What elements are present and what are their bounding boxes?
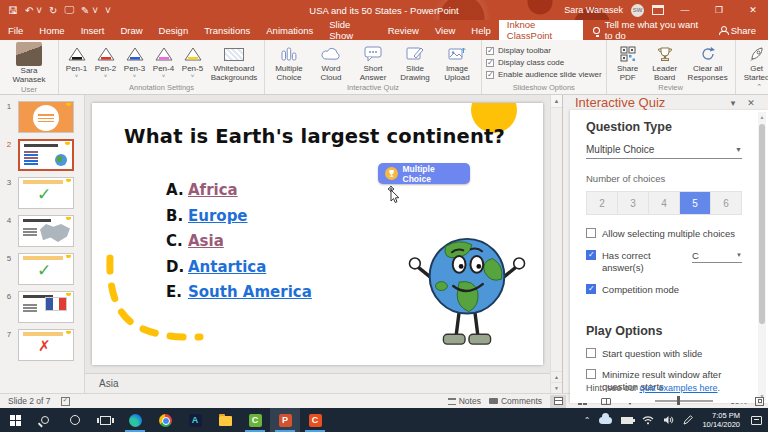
slide-title[interactable]: What is Earth's largest continent? bbox=[124, 125, 505, 148]
collapse-ribbon-icon[interactable]: ⌃ bbox=[756, 83, 762, 91]
word-cloud-button[interactable]: Word Cloud bbox=[311, 42, 351, 82]
multiple-choice-button[interactable]: Multiple Choice bbox=[269, 42, 309, 82]
tab-home[interactable]: Home bbox=[31, 20, 72, 40]
wifi-icon[interactable] bbox=[642, 415, 654, 425]
cortana-button[interactable] bbox=[60, 408, 90, 432]
notes-text[interactable]: Asia bbox=[99, 378, 118, 389]
camtasia-red-taskbar-button[interactable]: C bbox=[300, 408, 330, 432]
competition-mode-checkbox[interactable]: Competition mode bbox=[586, 284, 742, 296]
spellcheck-icon[interactable] bbox=[61, 397, 70, 406]
task-view-button[interactable] bbox=[90, 408, 120, 432]
chevron-down-icon[interactable]: ˅ bbox=[191, 73, 195, 79]
onedrive-cloud-icon[interactable] bbox=[599, 417, 612, 424]
panel-scrollbar[interactable]: ▲ ▼ bbox=[758, 112, 766, 401]
restore-button[interactable]: ❐ bbox=[706, 0, 732, 20]
tab-transitions[interactable]: Transitions bbox=[196, 20, 258, 40]
slide-thumbnail-2[interactable]: 2 bbox=[0, 139, 84, 171]
signed-in-user[interactable]: Sara Wanasek bbox=[564, 5, 623, 15]
share-button[interactable]: Share bbox=[719, 20, 768, 40]
start-button[interactable] bbox=[0, 408, 30, 432]
chrome-taskbar-button[interactable] bbox=[150, 408, 180, 432]
chevron-down-icon[interactable]: ˅ bbox=[104, 73, 108, 79]
short-answer-button[interactable]: Short Answer bbox=[353, 42, 393, 82]
comments-toggle[interactable]: Comments bbox=[489, 396, 542, 406]
slide-thumbnail-6[interactable]: 6 bbox=[0, 291, 84, 323]
tab-animations[interactable]: Animations bbox=[258, 20, 321, 40]
tab-slide-show[interactable]: Slide Show bbox=[321, 20, 379, 40]
fit-slide-to-window-icon[interactable] bbox=[755, 397, 764, 406]
allow-multiple-checkbox[interactable]: Allow selecting multiple choices bbox=[586, 228, 742, 240]
whiteboard-backgrounds-button[interactable]: Whiteboard Backgrounds bbox=[208, 42, 260, 82]
current-slide[interactable]: What is Earth's largest continent? Multi… bbox=[92, 103, 543, 365]
tab-view[interactable]: View bbox=[427, 20, 463, 40]
tab-file[interactable]: File bbox=[0, 20, 31, 40]
battery-icon[interactable] bbox=[621, 417, 633, 424]
choice-5[interactable]: 5 bbox=[680, 192, 711, 214]
option-b[interactable]: B. Europe bbox=[166, 207, 312, 225]
normal-view-button[interactable] bbox=[550, 395, 566, 408]
clear-all-responses-button[interactable]: Clear all Responses bbox=[685, 42, 731, 82]
pen-4-button[interactable]: Pen-4 ˅ bbox=[150, 42, 177, 79]
globe-character[interactable] bbox=[408, 221, 526, 359]
choice-3[interactable]: 3 bbox=[618, 192, 649, 214]
action-center-icon[interactable] bbox=[751, 416, 762, 425]
redo-icon[interactable]: ↻ bbox=[49, 5, 57, 16]
display-toolbar-checkbox[interactable]: Display toolbar bbox=[486, 46, 602, 55]
tell-me-box[interactable]: Tell me what you want to do bbox=[583, 20, 718, 40]
correct-answer-dropdown[interactable]: C ▼ bbox=[692, 250, 742, 263]
speaker-icon[interactable] bbox=[663, 415, 674, 425]
has-correct-answer-checkbox[interactable]: Has correct answer(s) C ▼ bbox=[586, 250, 742, 274]
choice-6[interactable]: 6 bbox=[711, 192, 741, 214]
powerpoint-taskbar-button[interactable]: P bbox=[270, 408, 300, 432]
slide-thumbnail-5[interactable]: 5 ✓ bbox=[0, 253, 84, 285]
file-explorer-taskbar-button[interactable] bbox=[210, 408, 240, 432]
start-slideshow-icon[interactable]: 🖵 bbox=[64, 4, 74, 16]
question-type-dropdown[interactable]: Multiple Choice ▼ bbox=[586, 144, 742, 159]
quiz-examples-link[interactable]: quiz examples here bbox=[640, 383, 718, 393]
panel-close-icon[interactable]: ✕ bbox=[742, 98, 760, 108]
display-class-code-checkbox[interactable]: Display class code bbox=[486, 58, 602, 67]
pen-1-button[interactable]: Pen-1 ˅ bbox=[63, 42, 90, 79]
previous-slide-icon[interactable]: ▲ bbox=[551, 371, 563, 382]
tab-review[interactable]: Review bbox=[380, 20, 427, 40]
taskbar-search-button[interactable] bbox=[30, 408, 60, 432]
pen-2-button[interactable]: Pen-2 ˅ bbox=[92, 42, 119, 79]
classpoint-multiple-choice-button[interactable]: Multiple Choice bbox=[378, 163, 470, 184]
draw-icon[interactable]: ✎ ˅ bbox=[81, 5, 98, 16]
ribbon-display-options-icon[interactable] bbox=[652, 5, 664, 15]
choice-4[interactable]: 4 bbox=[649, 192, 680, 214]
chevron-down-icon[interactable]: ˅ bbox=[75, 73, 79, 79]
tab-help[interactable]: Help bbox=[463, 20, 499, 40]
slide-thumbnail-1[interactable]: 1 bbox=[0, 101, 84, 133]
chevron-down-icon[interactable]: ˅ bbox=[162, 73, 166, 79]
a-app-taskbar-button[interactable]: A bbox=[180, 408, 210, 432]
pen-3-button[interactable]: Pen-3 ˅ bbox=[121, 42, 148, 79]
edge-taskbar-button[interactable] bbox=[120, 408, 150, 432]
chevron-up-icon[interactable]: ⌃ bbox=[584, 416, 591, 425]
start-question-with-slide-checkbox[interactable]: Start question with slide bbox=[586, 348, 742, 360]
option-a[interactable]: A. Africa bbox=[166, 181, 312, 199]
get-started-button[interactable]: Get Started bbox=[740, 42, 768, 82]
save-icon[interactable]: 🖫 bbox=[8, 5, 18, 16]
option-link[interactable]: Europe bbox=[188, 207, 248, 225]
choice-2[interactable]: 2 bbox=[587, 192, 618, 214]
leader-board-button[interactable]: Leader Board bbox=[647, 42, 683, 82]
minimize-button[interactable]: — bbox=[672, 0, 698, 20]
customize-quick-access-icon[interactable]: ˅ bbox=[105, 5, 111, 16]
scroll-up-icon[interactable]: ▲ bbox=[758, 112, 766, 122]
tab-insert[interactable]: Insert bbox=[73, 20, 113, 40]
option-link[interactable]: Asia bbox=[188, 232, 224, 250]
avatar[interactable]: SW bbox=[631, 4, 644, 17]
notes-pane[interactable]: Asia bbox=[85, 373, 550, 393]
tab-design[interactable]: Design bbox=[151, 20, 197, 40]
notes-toggle[interactable]: Notes bbox=[448, 396, 481, 406]
tab-inknoe-classpoint[interactable]: Inknoe ClassPoint bbox=[499, 20, 583, 40]
user-account-button[interactable]: Sara Wanasek bbox=[4, 42, 54, 84]
close-button[interactable]: ✕ bbox=[740, 0, 766, 20]
panel-dropdown-icon[interactable]: ▾ bbox=[724, 98, 742, 108]
slide-scrollbar[interactable]: ▲ ▲ ▼ bbox=[550, 95, 562, 393]
image-upload-button[interactable]: Image Upload bbox=[437, 42, 477, 82]
slide-thumbnail-7[interactable]: 7 ✗ bbox=[0, 329, 84, 361]
chevron-down-icon[interactable]: ˅ bbox=[133, 73, 137, 79]
share-pdf-button[interactable]: Share PDF bbox=[611, 42, 645, 82]
